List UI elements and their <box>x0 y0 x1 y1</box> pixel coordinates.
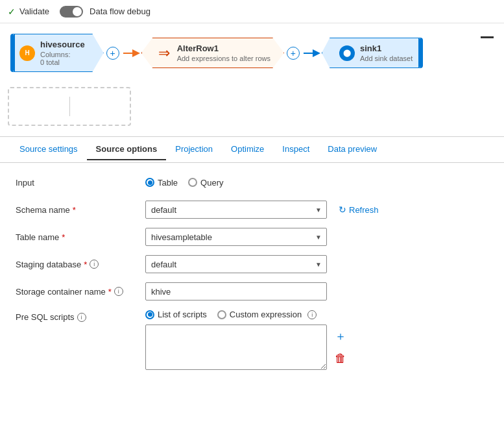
sink-right-border <box>418 38 421 67</box>
presql-controls: List of scripts Custom expression i ＋ 🗑 <box>145 310 348 370</box>
staging-info-icon[interactable]: i <box>90 260 99 269</box>
schema-controls: default ▼ ↻ Refresh <box>145 201 488 219</box>
table-label: Table name * <box>16 232 145 242</box>
hive-icon: H <box>19 45 35 61</box>
toolbar: ✓ Validate Data flow debug <box>0 0 504 23</box>
presql-info-icon[interactable]: i <box>77 313 86 322</box>
source-node-subtitle: Columns: 0 total <box>40 51 85 66</box>
refresh-icon: ↻ <box>339 204 346 215</box>
sink-node-info: sink1 Add sink dataset <box>360 43 413 62</box>
query-radio-label: Query <box>200 178 223 188</box>
query-radio-option[interactable]: Query <box>188 178 223 188</box>
tab-inspect[interactable]: Inspect <box>273 139 318 160</box>
staging-label: Staging database * i <box>16 260 145 269</box>
toggle-knob <box>73 7 82 16</box>
storage-info-icon[interactable]: i <box>114 287 123 296</box>
transform-node-icon: ⇒ <box>155 44 173 62</box>
staging-row: Staging database * i default ▼ <box>16 255 488 273</box>
arrow-svg-2 <box>302 45 322 61</box>
table-radio-label: Table <box>158 178 178 188</box>
source-node-info: hivesource Columns: 0 total <box>40 40 85 66</box>
table-radio-circle <box>145 178 154 187</box>
arrow-svg-1 <box>122 45 141 61</box>
table-select-wrapper: hivesampletable ▼ <box>145 228 327 246</box>
presql-textarea[interactable] <box>145 325 327 370</box>
query-radio-circle <box>188 178 197 187</box>
check-icon: ✓ <box>8 6 16 17</box>
tab-projection[interactable]: Projection <box>166 139 222 160</box>
schema-select[interactable]: default <box>145 201 327 219</box>
presql-row: Pre SQL scripts i List of scripts Custom… <box>16 310 488 370</box>
validate-section: ✓ Validate <box>8 6 49 17</box>
presql-add-button[interactable]: ＋ <box>333 327 348 345</box>
form-area: Input Table Query Schema name * <box>0 163 504 389</box>
staging-select[interactable]: default <box>145 255 327 273</box>
sink-circle-icon: ⬤ <box>339 45 355 61</box>
list-scripts-radio-circle <box>145 310 154 319</box>
tab-source-options[interactable]: Source options <box>87 139 167 160</box>
sink-node-title: sink1 <box>360 43 413 53</box>
sink-node-subtitle: Add sink dataset <box>360 55 413 62</box>
custom-expression-info-icon[interactable]: i <box>307 310 317 319</box>
schema-label: Schema name * <box>16 205 145 215</box>
list-scripts-radio-option[interactable]: List of scripts <box>145 310 207 319</box>
tabs-bar: Source settings Source options Projectio… <box>0 137 504 163</box>
tab-optimize[interactable]: Optimize <box>222 139 273 160</box>
storage-input[interactable] <box>145 282 327 300</box>
transform-node-info: AlterRow1 Add expressions to alter rows <box>177 43 270 62</box>
sink-node[interactable]: ⬤ sink1 Add sink dataset <box>322 38 423 68</box>
source-left-border <box>12 34 15 71</box>
placeholder-line <box>69 97 70 116</box>
add-after-transform[interactable]: + <box>287 47 300 60</box>
schema-required: * <box>73 205 76 215</box>
presql-textarea-row: ＋ 🗑 <box>145 325 348 370</box>
table-required: * <box>62 232 65 242</box>
custom-expression-label: Custom expression <box>230 310 302 319</box>
presql-actions: ＋ 🗑 <box>333 327 348 367</box>
add-after-source[interactable]: + <box>106 47 119 60</box>
minimize-bar[interactable] <box>481 36 494 38</box>
validate-label[interactable]: Validate <box>19 6 49 16</box>
staging-select-wrapper: default ▼ <box>145 255 327 273</box>
storage-label: Storage container name * i <box>16 287 145 297</box>
input-radio-group: Table Query <box>145 178 223 188</box>
presql-delete-button[interactable]: 🗑 <box>333 350 348 367</box>
refresh-button[interactable]: ↻ Refresh <box>333 202 384 217</box>
presql-radio-group: List of scripts Custom expression i <box>145 310 348 319</box>
input-label: Input <box>16 178 145 188</box>
pipeline-flow: H hivesource Columns: 0 total + ⇒ <box>10 34 494 72</box>
connector-1 <box>122 45 141 61</box>
storage-controls <box>145 282 488 300</box>
connector-2 <box>302 45 322 61</box>
tab-source-settings[interactable]: Source settings <box>10 139 87 160</box>
list-scripts-label: List of scripts <box>158 310 207 319</box>
custom-expression-radio-option[interactable]: Custom expression i <box>217 310 317 319</box>
pipeline-canvas: H hivesource Columns: 0 total + ⇒ <box>0 23 504 137</box>
source-node-title: hivesource <box>40 40 85 49</box>
source-node[interactable]: H hivesource Columns: 0 total <box>10 34 104 72</box>
storage-required: * <box>108 287 112 297</box>
staging-required: * <box>84 260 87 269</box>
table-name-row: Table name * hivesampletable ▼ <box>16 228 488 246</box>
alter-icon: ⇒ <box>158 45 170 62</box>
schema-row: Schema name * default ▼ ↻ Refresh <box>16 201 488 219</box>
sink-node-icon: ⬤ <box>338 44 356 62</box>
input-controls: Table Query <box>145 178 488 188</box>
table-select[interactable]: hivesampletable <box>145 228 327 246</box>
presql-label: Pre SQL scripts i <box>16 312 145 322</box>
storage-row: Storage container name * i <box>16 282 488 300</box>
input-row: Input Table Query <box>16 173 488 191</box>
transform-node[interactable]: ⇒ AlterRow1 Add expressions to alter row… <box>141 38 284 68</box>
source-node-icon: H <box>18 44 36 62</box>
debug-label: Data flow debug <box>90 6 150 16</box>
custom-expression-radio-circle <box>217 310 226 319</box>
debug-toggle[interactable] <box>60 6 83 18</box>
tab-data-preview[interactable]: Data preview <box>318 139 386 160</box>
table-controls: hivesampletable ▼ <box>145 228 488 246</box>
transform-node-title: AlterRow1 <box>177 43 270 53</box>
table-radio-option[interactable]: Table <box>145 178 178 188</box>
empty-node-placeholder <box>8 87 131 126</box>
transform-node-subtitle: Add expressions to alter rows <box>177 55 270 62</box>
staging-controls: default ▼ <box>145 255 488 273</box>
schema-select-wrapper: default ▼ <box>145 201 327 219</box>
